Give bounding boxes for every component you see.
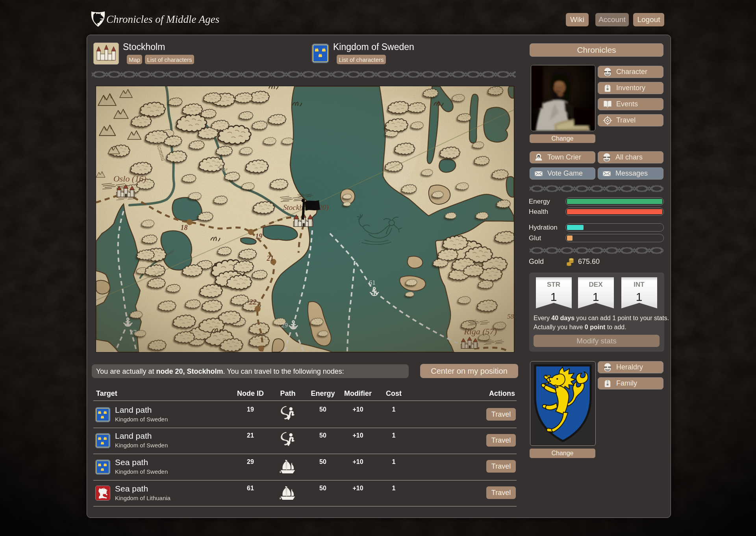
svg-text:DEX: DEX [589,281,603,288]
svg-text:1: 1 [636,290,643,303]
svg-text:STR: STR [547,281,560,288]
svg-text:1: 1 [593,290,599,303]
svg-text:1: 1 [550,290,557,303]
svg-text:INT: INT [634,281,645,288]
